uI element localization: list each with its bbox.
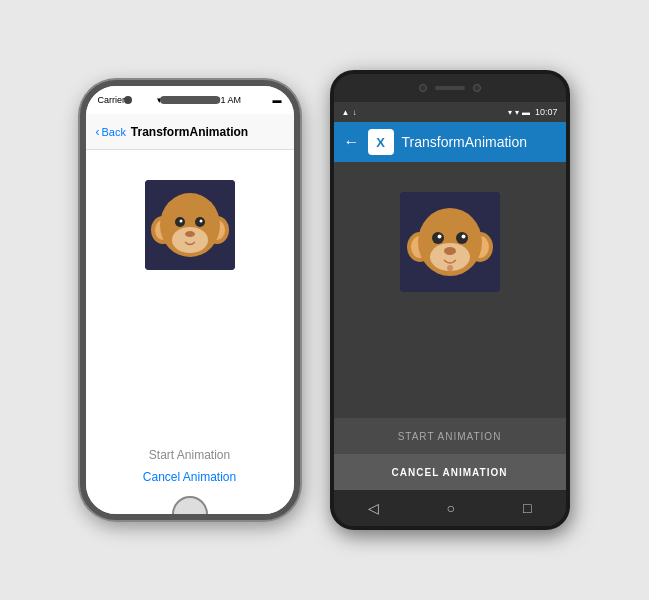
android-alert-icon: ▲	[342, 108, 350, 117]
android-signal-icon: ▾	[515, 108, 519, 117]
ios-back-button[interactable]: ‹ Back	[96, 125, 126, 139]
svg-point-23	[444, 247, 456, 255]
svg-point-24	[447, 265, 453, 271]
android-nav-recent-icon[interactable]: □	[523, 500, 531, 516]
ios-content: Start Animation Cancel Animation	[86, 150, 294, 514]
android-start-label: START ANIMATION	[398, 431, 502, 442]
android-camera-icon	[419, 84, 427, 92]
android-monkey-image	[400, 192, 500, 292]
ios-chevron-icon: ‹	[96, 125, 100, 139]
android-nav-bar: ◁ ○ □	[334, 490, 566, 526]
svg-point-9	[179, 220, 182, 223]
ios-battery-icon: ▬	[273, 95, 282, 105]
svg-point-6	[172, 227, 208, 253]
android-time: 10:07	[535, 107, 558, 117]
android-nav-title: TransformAnimation	[402, 134, 528, 150]
android-content: START ANIMATION CANCEL ANIMATION	[334, 162, 566, 490]
ios-start-animation-button[interactable]: Start Animation	[149, 448, 230, 462]
ios-back-label: Back	[102, 126, 126, 138]
ios-buttons: Start Animation Cancel Animation	[86, 448, 294, 484]
svg-point-22	[461, 235, 465, 239]
svg-point-19	[432, 232, 444, 244]
android-phone: ▲ ↓ ▾ ▾ ▬ 10:07 ← X TransformAnimation	[330, 70, 570, 530]
ios-nav-title: TransformAnimation	[131, 125, 248, 139]
svg-point-20	[456, 232, 468, 244]
android-toolbar: ← X TransformAnimation	[334, 122, 566, 162]
android-start-animation-button[interactable]: START ANIMATION	[334, 418, 566, 454]
ios-camera	[124, 96, 132, 104]
android-buttons-area: START ANIMATION CANCEL ANIMATION	[334, 418, 566, 490]
android-speaker	[435, 86, 465, 90]
xamarin-icon: X	[368, 129, 394, 155]
svg-point-21	[437, 235, 441, 239]
ios-monkey-image	[145, 180, 235, 270]
android-alert-icons: ▲ ↓	[342, 108, 357, 117]
android-download-icon: ↓	[352, 108, 356, 117]
ios-nav-bar: ‹ Back TransformAnimation	[86, 114, 294, 150]
android-cancel-label: CANCEL ANIMATION	[392, 467, 508, 478]
svg-point-11	[185, 231, 195, 237]
ios-carrier: Carrier	[98, 95, 126, 105]
ios-time: 10:01 AM	[203, 95, 241, 105]
android-back-button[interactable]: ←	[344, 133, 360, 151]
ios-cancel-animation-button[interactable]: Cancel Animation	[143, 470, 236, 484]
android-camera-area	[334, 74, 566, 102]
phones-container: Carrier ▾▾▾ 10:01 AM ▬ ‹ Back TransformA…	[60, 50, 590, 550]
android-battery-icon: ▬	[522, 108, 530, 117]
android-alert-bar: ▲ ↓ ▾ ▾ ▬ 10:07	[334, 102, 566, 122]
android-status-right: ▾ ▾ ▬ 10:07	[508, 107, 558, 117]
android-cancel-animation-button[interactable]: CANCEL ANIMATION	[334, 454, 566, 490]
ios-status-bar: Carrier ▾▾▾ 10:01 AM ▬	[86, 86, 294, 114]
ios-phone: Carrier ▾▾▾ 10:01 AM ▬ ‹ Back TransformA…	[80, 80, 300, 520]
android-nav-home-icon[interactable]: ○	[447, 500, 455, 516]
ios-wifi-icon: ▾▾▾	[157, 95, 172, 105]
xamarin-x-label: X	[376, 135, 385, 150]
android-wifi-icon: ▾	[508, 108, 512, 117]
android-sensor-icon	[473, 84, 481, 92]
svg-point-10	[199, 220, 202, 223]
android-nav-back-icon[interactable]: ◁	[368, 500, 379, 516]
